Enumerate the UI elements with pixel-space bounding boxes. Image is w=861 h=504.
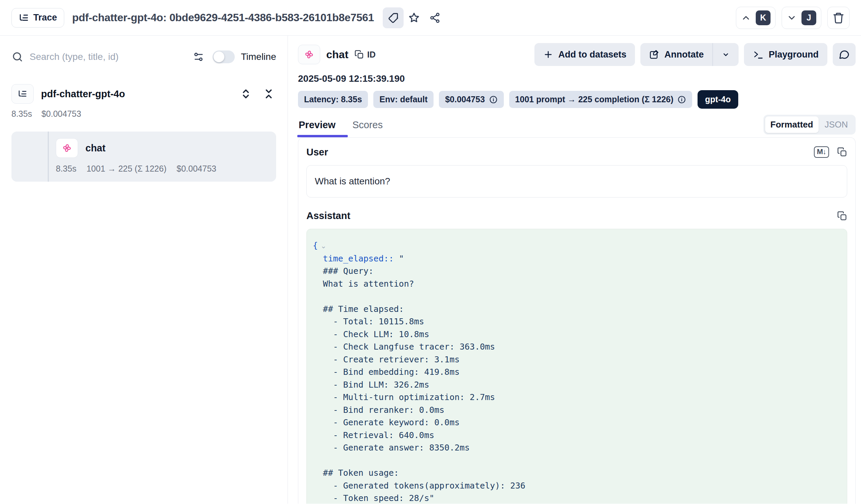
annotate-label: Annotate bbox=[664, 50, 703, 60]
model-badge[interactable]: gpt-4o bbox=[698, 90, 738, 109]
markdown-toggle-button[interactable]: M↓ bbox=[814, 146, 829, 158]
generation-pinwheel-icon bbox=[304, 49, 314, 60]
timeline-toggle[interactable] bbox=[213, 51, 235, 63]
plus-icon bbox=[543, 50, 553, 59]
active-tab-underline bbox=[297, 135, 348, 137]
bookmark-button[interactable] bbox=[404, 8, 424, 28]
user-section-title: User bbox=[306, 147, 328, 158]
next-trace-button[interactable]: J bbox=[782, 7, 821, 29]
code-line: time_elapsed:: " bbox=[313, 252, 839, 265]
preview-content-panel: User M↓ What is attention? Assistant bbox=[298, 137, 856, 504]
code-line bbox=[313, 290, 839, 303]
format-toggle: Formatted JSON bbox=[764, 115, 856, 135]
user-message-text: What is attention? bbox=[315, 176, 390, 187]
code-line: - Bind LLM: 326.2ms bbox=[313, 379, 839, 391]
annotate-button[interactable]: Annotate bbox=[640, 43, 712, 66]
code-line: - Bind reranker: 0.0ms bbox=[313, 404, 839, 417]
toggle-knob bbox=[214, 52, 224, 62]
user-message-box: What is attention? bbox=[306, 165, 847, 197]
unfold-vertical-icon bbox=[240, 88, 251, 99]
code-line: - Generate keyword: 0.0ms bbox=[313, 416, 839, 429]
previous-trace-button[interactable]: K bbox=[736, 7, 776, 29]
trace-node-chip bbox=[11, 84, 33, 104]
observation-tokens: 1001 → 225 (Σ 1226) bbox=[86, 164, 166, 174]
pencil-square-icon bbox=[649, 50, 659, 59]
metadata-badges: Latency: 8.35s Env: default $0.004753 10… bbox=[298, 90, 856, 109]
copy-id-button[interactable]: ID bbox=[355, 50, 376, 59]
tree-fold-controls bbox=[238, 86, 276, 101]
trace-cost: $0.004753 bbox=[41, 109, 81, 119]
environment-badge: Env: default bbox=[373, 91, 434, 108]
terminal-icon bbox=[753, 49, 764, 60]
code-line: - Check Langfuse tracer: 363.0ms bbox=[313, 340, 839, 353]
info-icon bbox=[678, 95, 686, 104]
tags-button[interactable] bbox=[383, 8, 404, 28]
detail-tabs: Preview Scores Formatted JSON bbox=[298, 115, 856, 137]
observation-cost: $0.004753 bbox=[177, 164, 216, 174]
add-to-datasets-button[interactable]: Add to datasets bbox=[534, 43, 635, 66]
tab-preview[interactable]: Preview bbox=[298, 117, 336, 137]
comments-button[interactable] bbox=[833, 43, 856, 66]
trace-latency: 8.35s bbox=[11, 109, 32, 119]
format-toggle-formatted[interactable]: Formatted bbox=[765, 117, 819, 133]
copy-icon bbox=[355, 50, 364, 59]
trace-name: pdf-chatter-gpt-4o bbox=[41, 88, 125, 99]
observation-detail-panel: chat ID Add to datasets bbox=[288, 36, 861, 504]
generation-node-chip bbox=[56, 138, 78, 158]
share-button[interactable] bbox=[424, 8, 445, 28]
code-line: ## Token usage: bbox=[313, 467, 839, 479]
observation-metrics: 8.35s 1001 → 225 (Σ 1226) $0.004753 bbox=[56, 164, 269, 174]
cost-badge[interactable]: $0.004753 bbox=[439, 91, 504, 108]
search-icon bbox=[11, 51, 24, 63]
annotate-split-button: Annotate bbox=[640, 43, 739, 66]
topbar-right-actions: K J bbox=[736, 7, 850, 29]
assistant-section-header: Assistant bbox=[306, 210, 847, 221]
expand-all-button[interactable] bbox=[238, 86, 253, 101]
search-input[interactable] bbox=[30, 52, 184, 62]
info-icon bbox=[489, 95, 498, 104]
timeline-toggle-label: Timeline bbox=[241, 52, 276, 62]
generation-pinwheel-icon bbox=[62, 142, 72, 153]
tab-scores[interactable]: Scores bbox=[352, 117, 383, 137]
code-line bbox=[313, 454, 839, 467]
tree-root-trace[interactable]: pdf-chatter-gpt-4o bbox=[11, 84, 276, 104]
code-line: {⌄ bbox=[313, 239, 839, 252]
playground-label: Playground bbox=[768, 50, 819, 60]
star-icon bbox=[408, 12, 420, 24]
annotate-dropdown-button[interactable] bbox=[713, 43, 739, 66]
fold-vertical-icon bbox=[263, 88, 274, 99]
delete-trace-button[interactable] bbox=[828, 7, 850, 29]
trace-metrics: 8.35s $0.004753 bbox=[11, 109, 276, 119]
format-toggle-json[interactable]: JSON bbox=[819, 117, 854, 133]
code-line: - Create retriever: 3.1ms bbox=[313, 353, 839, 366]
code-line: - Generate answer: 8350.2ms bbox=[313, 441, 839, 454]
speech-bubble-icon bbox=[838, 49, 850, 60]
assistant-section-title: Assistant bbox=[306, 210, 351, 221]
avatar: K bbox=[756, 11, 770, 25]
copy-button[interactable] bbox=[837, 147, 847, 157]
page-title: pdf-chatter-gpt-4o: 0bde9629-4251-4386-b… bbox=[72, 11, 374, 24]
observation-name: chat bbox=[85, 142, 106, 154]
trace-type-chip[interactable]: Trace bbox=[11, 8, 64, 28]
observation-chat-row[interactable]: chat 8.35s 1001 → 225 (Σ 1226) $0.004753 bbox=[11, 132, 276, 182]
code-line: ### Query: bbox=[313, 265, 839, 277]
code-line: - Multi-turn optimization: 2.7ms bbox=[313, 391, 839, 404]
chevron-down-icon bbox=[787, 13, 797, 23]
playground-button[interactable]: Playground bbox=[744, 43, 828, 66]
latency-badge: Latency: 8.35s bbox=[298, 91, 368, 108]
observation-title: chat bbox=[326, 49, 348, 61]
chevron-up-icon bbox=[741, 13, 751, 23]
id-label: ID bbox=[367, 50, 376, 59]
collapse-node-chevron-icon[interactable]: ⌄ bbox=[320, 242, 327, 250]
generation-node-chip bbox=[298, 45, 320, 64]
filter-settings-button[interactable] bbox=[190, 49, 206, 65]
copy-button[interactable] bbox=[837, 211, 847, 221]
list-tree-icon bbox=[18, 12, 29, 23]
token-usage-badge[interactable]: 1001 prompt → 225 completion (Σ 1226) bbox=[509, 91, 693, 108]
code-line: - Retrieval: 640.0ms bbox=[313, 429, 839, 442]
add-to-datasets-label: Add to datasets bbox=[558, 50, 627, 60]
collapse-all-button[interactable] bbox=[261, 86, 276, 101]
code-line: - Token speed: 28/s" bbox=[313, 492, 839, 504]
trace-chip-label: Trace bbox=[33, 12, 57, 23]
list-tree-icon bbox=[17, 89, 28, 99]
